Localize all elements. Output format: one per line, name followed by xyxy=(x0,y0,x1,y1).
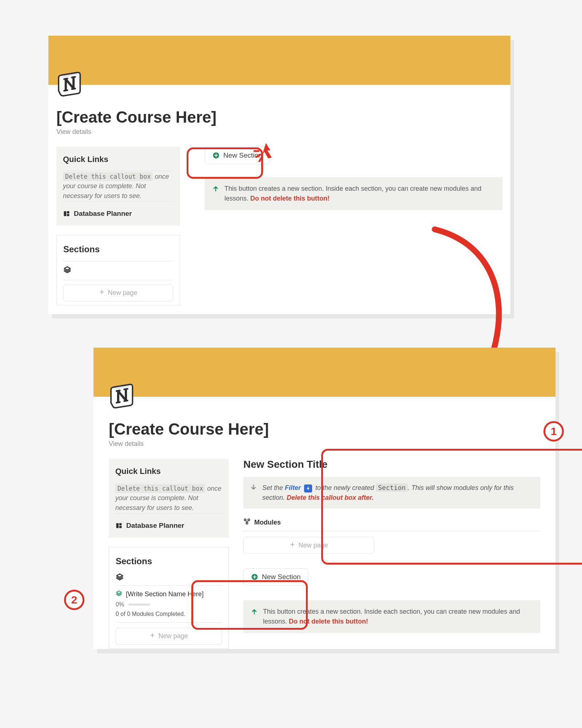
view-details-link[interactable]: View details xyxy=(109,440,540,448)
callout-code: Delete this callout box xyxy=(63,172,153,181)
plus-circle-icon xyxy=(251,573,258,581)
section-item-percent: 0% xyxy=(116,601,124,608)
svg-rect-9 xyxy=(119,526,122,528)
new-page-label: New page xyxy=(158,632,188,640)
filter-warn: Delete this callout box after. xyxy=(287,494,374,501)
svg-point-12 xyxy=(246,522,248,524)
database-planner-label: Database Planner xyxy=(74,210,132,218)
hero-banner xyxy=(93,348,555,397)
up-arrow-icon xyxy=(212,185,219,192)
new-page-button[interactable]: New page xyxy=(116,628,222,645)
svg-rect-2 xyxy=(67,214,69,216)
database-icon xyxy=(115,522,123,529)
callout-delete-box: Delete this callout box once your course… xyxy=(115,483,222,513)
quick-links-heading: Quick Links xyxy=(115,467,222,476)
stack-icon xyxy=(63,266,71,274)
section-item-name: [Write Section Name Here] xyxy=(126,590,204,598)
sections-heading: Sections xyxy=(116,556,222,566)
sections-card: Sections [Write Section Name Here] xyxy=(109,547,229,649)
new-section-label: New Section xyxy=(262,573,301,581)
info-callout: This button creates a new section. Insid… xyxy=(205,177,502,210)
filter-dropdown-icon[interactable] xyxy=(304,484,312,492)
section-code: Section xyxy=(376,483,408,492)
new-page-label: New page xyxy=(108,289,137,297)
filter-callout: Set the Filter to the newly created Sect… xyxy=(243,477,540,509)
info-warn: Do not delete this button! xyxy=(289,618,368,625)
new-section-button[interactable]: New Section xyxy=(205,147,270,164)
new-section-title-heading: New Section Title xyxy=(243,459,540,470)
up-arrow-icon xyxy=(251,608,258,615)
database-planner-label: Database Planner xyxy=(126,522,184,530)
stack-icon xyxy=(116,573,124,581)
modules-new-page-button[interactable]: New page xyxy=(243,537,374,554)
view-details-link[interactable]: View details xyxy=(56,128,502,136)
callout-code: Delete this callout box xyxy=(115,484,205,493)
database-icon xyxy=(63,210,70,217)
hero-banner xyxy=(48,36,510,85)
page-title: [Create Course Here] xyxy=(109,420,540,438)
notion-logo-icon xyxy=(109,381,136,409)
main-area: New Section This button creates a new se… xyxy=(205,147,502,210)
sidebar: Quick Links Delete this callout box once… xyxy=(109,459,229,648)
panel-after: [Create Course Here] View details Quick … xyxy=(93,348,555,649)
new-page-button[interactable]: New page xyxy=(63,285,173,301)
info-warn: Do not delete this button! xyxy=(250,195,330,202)
new-page-label: New page xyxy=(298,542,328,549)
page-title: [Create Course Here] xyxy=(56,108,502,126)
section-item[interactable]: [Write Section Name Here] xyxy=(116,590,222,598)
sections-list: [Write Section Name Here] 0% 0 of 0 Modu… xyxy=(116,585,222,623)
plus-icon xyxy=(99,289,105,297)
modules-label: Modules xyxy=(254,519,281,526)
svg-rect-1 xyxy=(67,211,69,213)
plus-circle-icon xyxy=(212,152,220,159)
annotation-number-1: 1 xyxy=(543,421,564,442)
modules-heading-row: Modules xyxy=(243,518,540,531)
new-section-label: New Section xyxy=(223,151,262,159)
sections-heading: Sections xyxy=(63,244,173,254)
new-section-button[interactable]: New Section xyxy=(243,568,308,586)
progress-bar xyxy=(128,604,150,606)
annotation-number-2: 2 xyxy=(64,590,84,610)
svg-rect-0 xyxy=(64,211,67,216)
sections-card: Sections New page xyxy=(56,235,180,305)
callout-delete-box: Delete this callout box once your course… xyxy=(63,171,174,201)
sidebar: Quick Links Delete this callout box once… xyxy=(56,147,180,305)
filter-link[interactable]: Filter xyxy=(285,484,301,491)
section-item-progress: 0% xyxy=(116,601,222,608)
stack-icon xyxy=(116,590,122,598)
svg-rect-7 xyxy=(116,523,119,528)
plus-icon xyxy=(290,542,295,549)
modules-icon xyxy=(243,518,251,527)
section-item-meta: 0 of 0 Modules Completed. xyxy=(116,611,222,617)
database-planner-link[interactable]: Database Planner xyxy=(115,522,222,530)
main-area: New Section Title Set the Filter to the … xyxy=(243,459,540,633)
info-callout: This button creates a new section. Insid… xyxy=(243,600,540,633)
svg-rect-8 xyxy=(119,523,122,525)
panel-before: [Create Course Here] View details Quick … xyxy=(48,36,510,314)
down-arrow-icon xyxy=(250,484,257,491)
quick-links-card: Quick Links Delete this callout box once… xyxy=(109,459,229,537)
notion-logo-icon xyxy=(56,69,84,97)
quick-links-card: Quick Links Delete this callout box once… xyxy=(56,147,180,225)
quick-links-heading: Quick Links xyxy=(63,155,174,164)
database-planner-link[interactable]: Database Planner xyxy=(63,210,174,218)
plus-icon xyxy=(150,632,155,640)
